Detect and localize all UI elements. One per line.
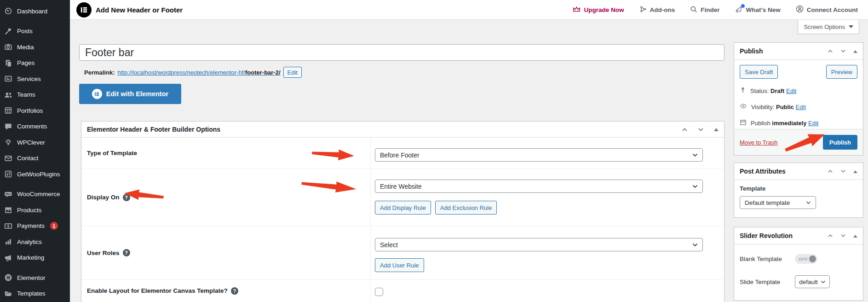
- eye-icon: [740, 103, 747, 111]
- elementor-icon: [92, 89, 102, 99]
- finder-button[interactable]: Finder: [690, 6, 719, 14]
- sidebar-item-woocommerce[interactable]: Woo WooCommerce: [0, 186, 70, 203]
- sidebar-item-contact[interactable]: Contact: [0, 151, 70, 167]
- enable-canvas-layout-label: Enable Layout for Elementor Canvas Templ…: [87, 287, 228, 294]
- enable-canvas-layout-checkbox[interactable]: [375, 288, 383, 296]
- publish-panel-title: Publish: [740, 47, 763, 55]
- sidebar-item-teams[interactable]: Teams: [0, 87, 70, 103]
- edit-permalink-button[interactable]: Edit: [283, 67, 302, 78]
- chevron-down-icon: [692, 153, 698, 157]
- sidebar-item-marketing[interactable]: Marketing: [0, 250, 70, 266]
- move-down-icon[interactable]: [840, 169, 846, 173]
- publish-panel: Publish Save Draft Preview Status: Draft…: [734, 42, 863, 156]
- top-bar-actions: Upgrade Now Add-ons Finder What's New Co…: [573, 5, 858, 14]
- sidebar-item-getwooplugins[interactable]: GetWooPlugins: [0, 166, 70, 182]
- toggle-knob: [809, 256, 816, 262]
- user-roles-select[interactable]: Select: [375, 238, 703, 251]
- sidebar-item-wpclever[interactable]: WPClever: [0, 134, 70, 151]
- move-down-icon[interactable]: [840, 234, 846, 238]
- move-to-trash-link[interactable]: Move to Trash: [740, 139, 777, 146]
- edit-visibility-link[interactable]: Edit: [796, 104, 806, 110]
- user-roles-label: User Roles: [87, 250, 120, 256]
- collapse-toggle-icon[interactable]: [853, 234, 857, 238]
- sliders-icon: [4, 170, 12, 178]
- notification-dot: [741, 4, 745, 8]
- elementor-logo: [76, 2, 92, 17]
- chevron-down-icon: [692, 243, 698, 247]
- display-on-select[interactable]: Entire Website: [375, 180, 703, 193]
- row-display-on: Display On ? Entire Website Add Display …: [81, 169, 724, 226]
- sidebar-item-media[interactable]: Media: [0, 39, 70, 55]
- add-exclusion-rule-button[interactable]: Add Exclusion Rule: [435, 201, 497, 215]
- add-display-rule-button[interactable]: Add Display Rule: [375, 201, 431, 215]
- schedule-line: Publish immediately Edit: [740, 119, 857, 127]
- screen-options-tab[interactable]: Screen Options: [798, 20, 859, 34]
- blank-template-toggle[interactable]: OFF: [795, 254, 817, 264]
- pin-icon: [740, 87, 746, 95]
- sidebar-item-dashboard[interactable]: Dashboard: [0, 3, 70, 19]
- chevron-down-icon: [849, 25, 853, 28]
- megaphone-notification-icon: [735, 6, 743, 13]
- edit-schedule-link[interactable]: Edit: [808, 120, 818, 127]
- woo-logo-icon: Woo: [4, 190, 12, 198]
- status-line: Status: Draft Edit: [740, 87, 857, 95]
- sidebar-item-templates[interactable]: Templates: [0, 286, 70, 302]
- sidebar-item-services[interactable]: Services: [0, 71, 70, 87]
- add-ons-button[interactable]: Add-ons: [639, 6, 675, 14]
- move-up-icon[interactable]: [828, 49, 833, 53]
- slider-revolution-title: Slider Revolution: [740, 232, 793, 239]
- user-roles-help-icon[interactable]: ?: [123, 249, 130, 256]
- sidebar-item-analytics[interactable]: Analytics: [0, 234, 70, 250]
- post-title-input[interactable]: [79, 44, 724, 61]
- display-on-help-icon[interactable]: ?: [123, 194, 130, 201]
- collapse-toggle-icon[interactable]: [853, 170, 857, 173]
- permalink-link[interactable]: http://localhost/wordpress/neotech/eleme…: [117, 69, 280, 76]
- type-of-template-label: Type of Template: [87, 150, 137, 157]
- enable-canvas-layout-help-icon[interactable]: ?: [231, 287, 238, 295]
- user-circle-icon: [796, 5, 804, 14]
- visibility-line: Visibility: Public Edit: [740, 103, 857, 111]
- sidebar-item-portfolios[interactable]: Portfolios: [0, 103, 70, 119]
- post-attributes-title: Post Attributes: [740, 168, 786, 175]
- collapse-toggle-icon[interactable]: [853, 50, 857, 53]
- card-icon: [4, 75, 12, 83]
- add-user-rule-button[interactable]: Add User Rule: [375, 258, 424, 272]
- save-draft-button[interactable]: Save Draft: [740, 65, 778, 79]
- metabox-title: Elementor Header & Footer Builder Option…: [87, 126, 220, 133]
- sidebar-item-comments[interactable]: Comments: [0, 119, 70, 135]
- upgrade-now-button[interactable]: Upgrade Now: [573, 6, 624, 14]
- publish-button[interactable]: Publish: [823, 135, 857, 150]
- move-down-icon[interactable]: [698, 128, 704, 132]
- move-up-icon[interactable]: [828, 234, 833, 238]
- sidebar-item-elementor[interactable]: Elementor: [0, 270, 70, 286]
- connect-account-button[interactable]: Connect Account: [796, 5, 858, 14]
- type-of-template-select[interactable]: Before Footer: [375, 148, 703, 162]
- page-title: Add New Header or Footer: [96, 6, 183, 14]
- box-icon: [4, 206, 12, 214]
- slide-template-label: Slide Template: [740, 279, 795, 285]
- grid-calendar-icon: [4, 106, 12, 115]
- move-up-icon[interactable]: [828, 169, 833, 173]
- preview-button[interactable]: Preview: [826, 65, 857, 79]
- template-select[interactable]: Default template: [740, 196, 816, 209]
- sidebar-item-products[interactable]: Products: [0, 202, 70, 218]
- slide-template-select[interactable]: default: [795, 275, 830, 288]
- sidebar-item-pages[interactable]: Pages: [0, 55, 70, 71]
- bar-chart-icon: [4, 238, 12, 246]
- whats-new-button[interactable]: What's New: [735, 6, 781, 13]
- move-up-icon[interactable]: [682, 128, 688, 132]
- sidebar-item-posts[interactable]: Posts: [0, 23, 70, 40]
- svg-text:Woo: Woo: [6, 192, 11, 195]
- permalink-row: Permalink: http://localhost/wordpress/ne…: [84, 67, 302, 78]
- template-label: Template: [740, 185, 857, 192]
- publishing-actions: Move to Trash Publish: [734, 129, 863, 155]
- edit-with-elementor-button[interactable]: Edit with Elementor: [79, 84, 181, 104]
- row-type-of-template: Type of Template Before Footer: [81, 138, 724, 169]
- folder-icon: [4, 290, 12, 298]
- collapse-toggle-icon[interactable]: [714, 128, 719, 131]
- edit-status-link[interactable]: Edit: [786, 87, 796, 94]
- row-user-roles: User Roles ? Select Add User Rule: [81, 226, 724, 280]
- addons-icon: [639, 6, 647, 14]
- sidebar-item-payments[interactable]: $ Payments 1: [0, 218, 70, 234]
- move-down-icon[interactable]: [840, 49, 846, 53]
